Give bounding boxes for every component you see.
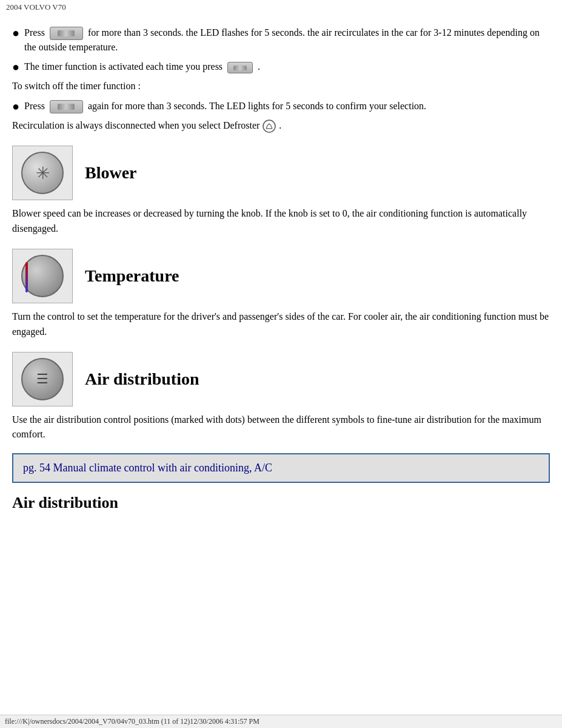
recirculation-label: Recirculation is always disconnected whe…: [12, 120, 259, 130]
pg54-link[interactable]: pg. 54 Manual climate control with air c…: [12, 453, 550, 483]
recirculation-period: .: [279, 120, 281, 130]
recirculate-button-3[interactable]: [50, 100, 83, 113]
temperature-description: Turn the control to set the temperature …: [12, 309, 550, 340]
page-title-bar: 2004 VOLVO V70: [0, 0, 562, 15]
bullet-2-text: The timer function is activated each tim…: [24, 61, 225, 72]
bullet-dot-3: ●: [12, 98, 19, 115]
air-distribution-heading: Air distribution: [85, 369, 199, 389]
press-label-3: Press: [24, 101, 45, 111]
air-distribution-section: Air distribution: [12, 352, 550, 406]
bullet-item-1: ● Press for more than 3 seconds. the LED…: [12, 25, 550, 55]
recirculation-text: Recirculation is always disconnected whe…: [12, 118, 550, 133]
status-bar-text: file:///K|/ownersdocs/2004/2004_V70/04v7…: [5, 717, 259, 726]
bullet-2-suffix: .: [258, 61, 260, 72]
bullet-item-2: ● The timer function is activated each t…: [12, 59, 550, 75]
temperature-knob-icon: [21, 255, 64, 297]
press-label-1: Press: [24, 27, 45, 38]
bullet-1-text: for more than 3 seconds. the LED flashes…: [24, 27, 540, 52]
svg-point-0: [263, 120, 275, 132]
temperature-section: Temperature: [12, 249, 550, 303]
defroster-icon: [262, 119, 276, 133]
bullet-dot-2: ●: [12, 58, 19, 75]
timer-switch-text: To switch off the timer function :: [12, 79, 550, 94]
bullet-item-3: ● Press again for more than 3 seconds. T…: [12, 99, 550, 115]
temperature-icon-container: [12, 249, 73, 303]
blower-section: Blower: [12, 146, 550, 200]
blower-heading: Blower: [85, 163, 137, 183]
blower-knob-icon: [21, 152, 64, 194]
recirculate-button-2[interactable]: [227, 62, 253, 73]
status-bar: file:///K|/ownersdocs/2004/2004_V70/04v7…: [0, 715, 562, 728]
bullet-content-2: The timer function is activated each tim…: [24, 59, 550, 74]
blower-description: Blower speed can be increases or decreas…: [12, 206, 550, 237]
recirculate-button-1[interactable]: [50, 27, 83, 40]
air-distribution-knob-icon: [21, 358, 64, 400]
air-distribution-description: Use the air distribution control positio…: [12, 413, 550, 443]
temperature-heading: Temperature: [85, 266, 179, 286]
blower-icon-container: [12, 146, 73, 200]
air-distribution-icon-container: [12, 352, 73, 406]
bullet-dot-1: ●: [12, 24, 19, 41]
bullet-content-3: Press again for more than 3 seconds. The…: [24, 99, 550, 113]
bullet-content-1: Press for more than 3 seconds. the LED f…: [24, 25, 550, 55]
bottom-air-distribution-heading: Air distribution: [12, 494, 550, 512]
page-title: 2004 VOLVO V70: [6, 2, 66, 12]
bullet-3-text: again for more than 3 seconds. The LED l…: [88, 101, 426, 111]
